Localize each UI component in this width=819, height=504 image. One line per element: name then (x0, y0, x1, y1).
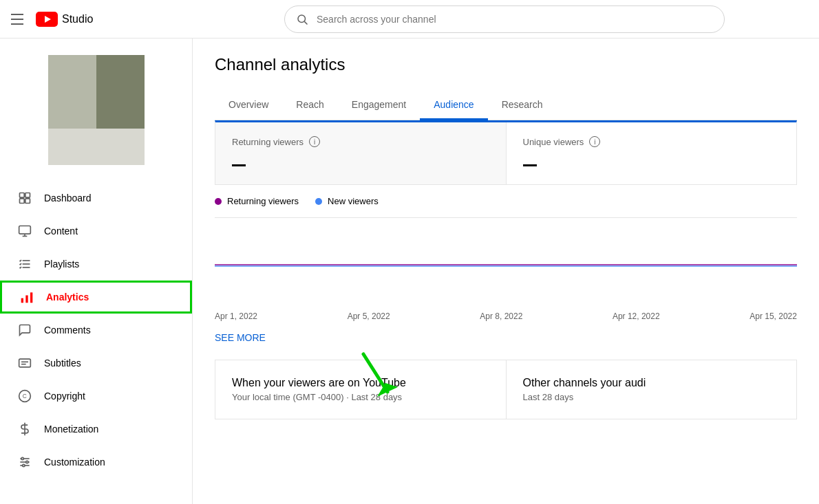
main-content: Channel analytics Overview Reach Engagem… (193, 39, 819, 504)
legend-item-new: New viewers (315, 196, 379, 206)
when-viewers-title: When your viewers are on YouTube (232, 377, 489, 389)
sidebar-item-analytics[interactable]: Analytics (0, 281, 192, 314)
svg-text:C: C (23, 393, 27, 399)
metric-card-returning: Returning viewers i (215, 122, 507, 184)
page-title: Channel analytics (215, 55, 797, 74)
bottom-card-other-channels: Other channels your audi Last 28 days (507, 360, 797, 419)
svg-rect-16 (30, 292, 32, 303)
logo-area: Studio (36, 12, 93, 27)
sidebar-item-dashboard[interactable]: Dashboard (0, 182, 192, 215)
metric-card-unique-value (523, 153, 780, 171)
sidebar-item-copyright[interactable]: C Copyright (0, 380, 192, 413)
youtube-logo-icon (36, 12, 58, 27)
chart-dates: Apr 1, 2022 Apr 5, 2022 Apr 8, 2022 Apr … (215, 306, 797, 327)
svg-rect-17 (19, 359, 31, 367)
sidebar-item-label-customization: Customization (44, 457, 105, 468)
channel-avatar (0, 44, 192, 182)
analytics-icon (19, 289, 35, 305)
legend-dot-returning (215, 198, 222, 205)
header: Studio (0, 0, 819, 39)
svg-rect-15 (25, 296, 28, 303)
avatar-tile-1 (48, 55, 96, 129)
other-channels-title: Other channels your audi (523, 377, 780, 389)
chart-legend: Returning viewers New viewers (215, 185, 797, 217)
sidebar-item-label-copyright: Copyright (44, 391, 85, 402)
dashboard-icon (17, 190, 33, 206)
when-viewers-subtitle: Your local time (GMT -0400) · Last 28 da… (232, 392, 489, 402)
search-input[interactable] (317, 14, 713, 25)
sidebar-item-label-monetization: Monetization (44, 424, 98, 435)
bottom-section: When your viewers are on YouTube Your lo… (215, 360, 797, 419)
chart-date-5: Apr 15, 2022 (749, 311, 797, 321)
bottom-card-when-viewers: When your viewers are on YouTube Your lo… (215, 360, 507, 419)
chart-date-4: Apr 12, 2022 (613, 311, 660, 321)
header-left: Studio (11, 11, 190, 28)
comments-icon (17, 322, 33, 338)
sidebar-item-monetization[interactable]: Monetization (0, 413, 192, 446)
search-bar (284, 6, 725, 33)
svg-point-27 (26, 461, 28, 463)
metric-card-unique-label: Unique viewers i (523, 136, 780, 147)
avatar-mosaic (48, 55, 145, 165)
svg-rect-5 (25, 193, 30, 198)
layout: Dashboard Content (0, 39, 819, 504)
sidebar: Dashboard Content (0, 39, 193, 504)
svg-rect-6 (20, 199, 25, 204)
svg-rect-4 (20, 193, 25, 198)
svg-rect-14 (21, 298, 23, 303)
tab-audience[interactable]: Audience (420, 91, 487, 120)
tab-research[interactable]: Research (488, 91, 557, 120)
chart-date-3: Apr 8, 2022 (480, 311, 522, 321)
chart-date-1: Apr 1, 2022 (215, 311, 257, 321)
sidebar-item-label-playlists: Playlists (44, 259, 79, 270)
copyright-icon: C (17, 388, 33, 404)
avatar-tile-3 (48, 129, 145, 165)
sidebar-item-label-content: Content (44, 226, 78, 237)
unique-viewers-info-icon[interactable]: i (589, 136, 600, 147)
tab-overview[interactable]: Overview (215, 91, 282, 120)
svg-line-3 (304, 21, 307, 24)
chart-area: Apr 1, 2022 Apr 5, 2022 Apr 8, 2022 Apr … (215, 217, 797, 349)
metric-card-returning-label: Returning viewers i (232, 136, 489, 147)
returning-viewers-info-icon[interactable]: i (309, 136, 320, 147)
sidebar-item-label-comments: Comments (44, 325, 91, 336)
chart-svg (215, 223, 797, 306)
svg-point-26 (21, 457, 23, 459)
tab-engagement[interactable]: Engagement (338, 91, 420, 120)
hamburger-icon[interactable] (11, 11, 28, 28)
customization-icon (17, 454, 33, 470)
studio-wordmark: Studio (62, 13, 93, 25)
svg-rect-8 (19, 226, 31, 234)
metric-card-returning-value (232, 153, 489, 171)
content-icon (17, 223, 33, 239)
tab-reach[interactable]: Reach (282, 91, 337, 120)
sidebar-item-comments[interactable]: Comments (0, 314, 192, 347)
sidebar-item-label-dashboard: Dashboard (44, 193, 92, 204)
subtitles-icon (17, 355, 33, 371)
playlists-icon (17, 256, 33, 272)
sidebar-item-subtitles[interactable]: Subtitles (0, 347, 192, 380)
legend-dot-new (315, 198, 322, 205)
monetization-icon (17, 421, 33, 437)
sidebar-item-label-subtitles: Subtitles (44, 358, 81, 369)
search-icon (296, 13, 308, 25)
search-input-wrapper[interactable] (284, 6, 725, 33)
chart-date-2: Apr 5, 2022 (348, 311, 390, 321)
svg-point-2 (298, 15, 306, 23)
legend-item-returning: Returning viewers (215, 196, 299, 206)
metric-card-unique: Unique viewers i (507, 122, 797, 184)
other-channels-subtitle: Last 28 days (523, 392, 780, 402)
sidebar-item-content[interactable]: Content (0, 215, 192, 248)
svg-rect-7 (25, 199, 30, 204)
metric-cards: Returning viewers i Unique viewers i (215, 120, 797, 185)
svg-point-28 (23, 464, 25, 466)
sidebar-item-playlists[interactable]: Playlists (0, 248, 192, 281)
sidebar-item-customization[interactable]: Customization (0, 446, 192, 479)
sidebar-item-label-analytics: Analytics (46, 292, 89, 303)
tabs: Overview Reach Engagement Audience Resea… (215, 91, 797, 120)
avatar-tile-2 (96, 55, 145, 129)
see-more-link[interactable]: SEE MORE (215, 327, 266, 349)
